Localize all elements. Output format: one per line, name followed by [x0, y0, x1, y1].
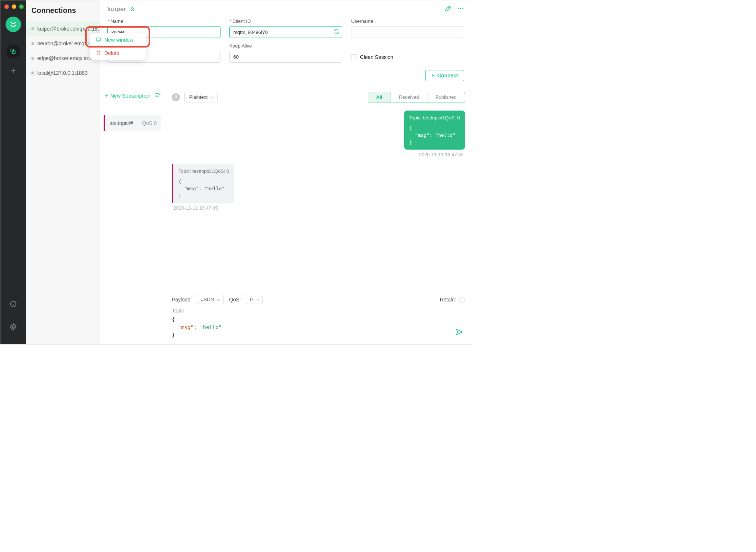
- clean-session-label: Clean Session: [360, 54, 393, 60]
- topic-input[interactable]: Topic: [172, 308, 465, 314]
- tab-published[interactable]: Published: [427, 92, 465, 102]
- nav-rail: [0, 0, 26, 344]
- connection-item[interactable]: neuron@broker.emqx.io:1...: [26, 36, 100, 51]
- subscription-item[interactable]: testtopic/# QoS 0: [104, 115, 161, 131]
- sent-topic: Topic: testtopic/1: [409, 114, 445, 122]
- status-dot-icon: [31, 71, 34, 74]
- send-icon[interactable]: [455, 328, 464, 338]
- main-panel: kuiper Name Client ID: [100, 0, 472, 344]
- close-window-icon[interactable]: [4, 4, 9, 9]
- connection-label: local@127.0.0.1:1883: [37, 70, 87, 76]
- context-new-window-label: New window: [104, 37, 133, 43]
- edit-icon[interactable]: [444, 5, 452, 13]
- tab-received[interactable]: Received: [391, 92, 427, 102]
- retain-label: Retain:: [440, 297, 456, 303]
- window-controls[interactable]: [4, 4, 24, 9]
- nav-info[interactable]: [6, 297, 20, 311]
- context-delete-label: Delete: [104, 50, 119, 56]
- recv-qos: QoS: 0: [214, 168, 229, 175]
- connect-button[interactable]: Connect: [425, 70, 464, 81]
- svg-point-5: [460, 8, 461, 9]
- app-logo: [6, 17, 21, 32]
- name-label: Name: [107, 18, 221, 24]
- messages-column: ? Plaintext All Received Published Topic…: [165, 87, 472, 344]
- messages-toolbar: ? Plaintext All Received Published: [165, 87, 472, 107]
- context-delete[interactable]: Delete: [90, 46, 146, 60]
- play-icon: [431, 74, 435, 77]
- new-subscription-button[interactable]: New Subscription: [104, 93, 150, 99]
- connection-item[interactable]: local@127.0.0.1:1883: [26, 66, 100, 80]
- trash-icon: [96, 50, 101, 56]
- new-subscription-label: New Subscription: [110, 93, 150, 99]
- subscription-topic: testtopic/#: [110, 120, 133, 126]
- context-menu: New window Delete: [90, 33, 146, 60]
- connection-title: kuiper: [107, 6, 126, 13]
- maximize-window-icon[interactable]: [19, 4, 24, 9]
- publish-panel: Payload: JSON QoS: 0 Retain: Topic { "ms…: [165, 291, 472, 344]
- svg-point-3: [13, 326, 14, 328]
- connection-item[interactable]: kuiper@broker.emqx.io:18...: [26, 21, 100, 36]
- connection-item[interactable]: edge@broker.emqx.io:1883: [26, 51, 100, 66]
- clean-session-checkbox[interactable]: [351, 54, 357, 60]
- refresh-icon[interactable]: [334, 29, 339, 35]
- collapse-icon[interactable]: [130, 6, 135, 13]
- recv-body: { "msg": "hello" }: [178, 178, 229, 200]
- retain-toggle[interactable]: [459, 297, 465, 303]
- sent-timestamp: 2020-11-11 16:47:45: [419, 152, 464, 157]
- monitor-icon: [96, 37, 101, 43]
- recv-topic: Topic: testtopic/1: [178, 168, 214, 175]
- recv-timestamp: 2020-11-11 16:47:45: [173, 205, 218, 211]
- received-message: Topic: testtopic/1 QoS: 0 { "msg": "hell…: [172, 164, 234, 203]
- subscription-qos: QoS 0: [142, 120, 157, 126]
- message-filter-tabs: All Received Published: [368, 92, 465, 102]
- keep-alive-label: Keep Alive: [229, 43, 343, 49]
- connections-panel: Connections kuiper@broker.emqx.io:18... …: [26, 0, 100, 344]
- nav-add[interactable]: [6, 64, 20, 78]
- filter-icon[interactable]: [155, 92, 161, 99]
- sent-body: { "msg": "hello" }: [409, 125, 460, 146]
- connect-label: Connect: [437, 73, 458, 78]
- connection-header: kuiper: [100, 0, 472, 15]
- messages-list: Topic: testtopic/1 QoS: 0 { "msg": "hell…: [165, 107, 472, 291]
- keep-alive-input[interactable]: [229, 51, 343, 63]
- svg-rect-7: [96, 38, 101, 41]
- sent-message: Topic: testtopic/1 QoS: 0 { "msg": "hell…: [404, 111, 465, 150]
- status-dot-icon: [31, 27, 34, 30]
- username-label: Username: [351, 18, 464, 24]
- more-icon[interactable]: [457, 5, 464, 13]
- payload-type-select[interactable]: JSON: [197, 295, 224, 304]
- connection-form: Name Client ID Username x Keep Alive: [100, 15, 472, 87]
- qos-label: QoS:: [229, 297, 241, 303]
- sent-qos: QoS: 0: [445, 114, 460, 122]
- context-new-window[interactable]: New window: [90, 33, 146, 46]
- tab-all[interactable]: All: [368, 92, 391, 102]
- status-dot-icon: [31, 42, 34, 45]
- payload-editor[interactable]: { "msg": "hello" }: [172, 316, 465, 339]
- subscriptions-column: New Subscription testtopic/# QoS 0: [100, 87, 165, 344]
- connections-title: Connections: [26, 0, 100, 21]
- username-input[interactable]: [351, 26, 464, 38]
- qos-select[interactable]: 0: [246, 295, 263, 304]
- svg-point-4: [458, 8, 459, 9]
- client-id-label: Client ID: [229, 18, 343, 24]
- format-select[interactable]: Plaintext: [184, 92, 218, 102]
- nav-connections[interactable]: [6, 45, 20, 59]
- connection-label: kuiper@broker.emqx.io:18...: [37, 26, 100, 32]
- nav-settings[interactable]: [6, 320, 20, 334]
- client-id-input[interactable]: [229, 26, 343, 38]
- minimize-window-icon[interactable]: [12, 4, 16, 9]
- status-dot-icon: [31, 57, 34, 60]
- payload-label: Payload:: [172, 297, 192, 303]
- svg-point-6: [462, 8, 463, 9]
- plus-icon: [104, 93, 109, 98]
- help-icon[interactable]: ?: [172, 93, 180, 101]
